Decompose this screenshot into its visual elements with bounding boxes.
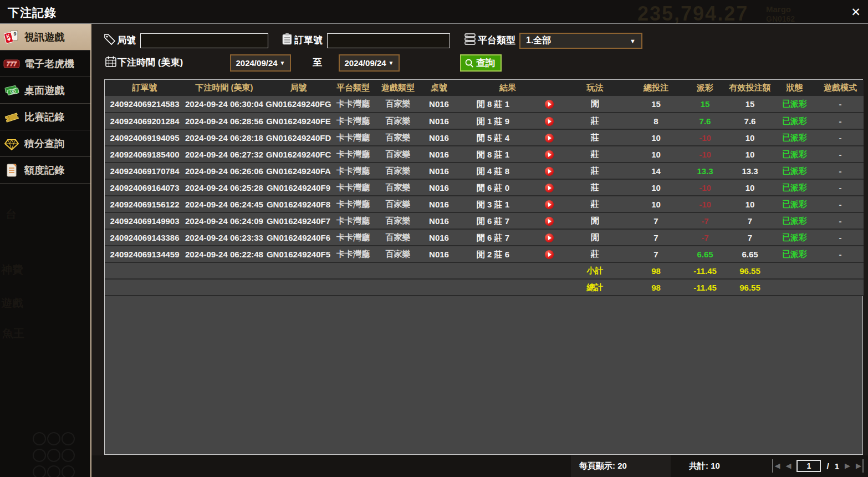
background-text: 遊戲	[1, 296, 23, 311]
result-text: 閒 6 莊 7	[455, 230, 531, 246]
date-range-to-label: 至	[313, 56, 322, 69]
result-text: 閒 1 莊 9	[455, 113, 531, 129]
column-header: 總投注	[630, 80, 682, 96]
round-number-label: 局號	[117, 34, 136, 47]
platform-type-select[interactable]: 1.全部 ▼	[519, 33, 642, 49]
sidebar-item-table-games[interactable]: $ 桌面遊戲	[0, 77, 90, 104]
bet-record-window: 235,794.27 Margo GN0162 下注記錄 ✕ 9 K 視訊遊戲	[0, 0, 868, 477]
pager: ◀ ◀ / 1 ▶ ▶	[772, 459, 864, 473]
search-button-label: 查詢	[476, 57, 495, 69]
search-icon	[464, 58, 474, 68]
replay-video-icon[interactable]	[545, 134, 554, 143]
replay-video-icon[interactable]	[545, 250, 554, 259]
sidebar-item-label: 比賽記錄	[24, 110, 64, 124]
result-text: 閒 4 莊 8	[455, 163, 531, 179]
replay-video-icon[interactable]	[545, 184, 554, 192]
background-text: 神費	[1, 262, 23, 277]
table-row: 240924069194095 2024-09-24 06:28:18 GN01…	[105, 129, 864, 146]
page-number-input[interactable]	[796, 460, 821, 472]
replay-video-icon[interactable]	[545, 234, 554, 242]
date-to-select[interactable]: 2024/09/24 ▼	[339, 54, 400, 72]
column-header: 遊戲模式	[817, 80, 864, 96]
column-header: 平台類型	[333, 80, 373, 96]
svg-text:777: 777	[7, 60, 17, 67]
chevron-down-icon: ▼	[280, 60, 285, 66]
sidebar: 9 K 視訊遊戲 777 電子老虎機	[0, 24, 91, 477]
replay-video-icon[interactable]	[545, 100, 554, 109]
column-header: 局號	[264, 80, 333, 96]
slot-777-icon: 777	[3, 55, 20, 72]
bet-time-label: 下注時間 (美東)	[118, 56, 183, 69]
result-text: 閒 2 莊 6	[455, 246, 531, 262]
replay-video-icon[interactable]	[545, 150, 554, 159]
page-separator: /	[826, 461, 829, 471]
sidebar-item-match-records[interactable]: 比賽記錄	[0, 104, 90, 130]
table-row: 240924069185400 2024-09-24 06:27:32 GN01…	[105, 146, 864, 163]
column-header: 遊戲類型	[373, 80, 423, 96]
titlebar: 235,794.27 Margo GN0162 下注記錄 ✕	[0, 0, 868, 24]
replay-video-icon[interactable]	[545, 117, 554, 126]
main-content: 局號 訂單號 平台類型 1.全部 ▼	[91, 24, 868, 477]
result-text: 閒 6 莊 7	[455, 213, 531, 229]
table-row: 240924069134459 2024-09-24 06:22:48 GN01…	[105, 246, 864, 262]
sidebar-item-label: 額度記錄	[24, 164, 64, 177]
diamond-icon	[3, 135, 20, 152]
platform-stack-icon	[464, 33, 476, 45]
column-header: 派彩	[682, 80, 728, 96]
table-row: 240924069149903 2024-09-24 06:24:09 GN01…	[105, 212, 864, 229]
column-header: 結果	[455, 80, 560, 96]
table-body: 240924069214583 2024-09-24 06:30:04 GN01…	[105, 96, 864, 296]
last-page-icon[interactable]: ▶	[856, 459, 864, 473]
first-page-icon[interactable]: ◀	[772, 459, 780, 473]
chevron-down-icon: ▼	[389, 60, 394, 66]
table-row: 240924069170784 2024-09-24 06:26:06 GN01…	[105, 163, 864, 179]
page-total: 1	[835, 461, 839, 471]
table-header-row: 訂單號下注時間 (美東)局號平台類型遊戲類型桌號結果玩法總投注派彩有效投注額狀態…	[105, 80, 864, 96]
background-balance: 235,794.27	[637, 2, 748, 26]
page-title: 下注記錄	[8, 5, 57, 21]
column-header: 有效投注額	[728, 80, 772, 96]
svg-text:9: 9	[13, 31, 16, 37]
date-from-select[interactable]: 2024/09/24 ▼	[230, 54, 291, 72]
sidebar-item-label: 視訊遊戲	[24, 31, 64, 44]
background-username: Margo	[766, 4, 791, 14]
search-button[interactable]: 查詢	[460, 54, 502, 72]
table-row: 240924069143386 2024-09-24 06:23:33 GN01…	[105, 229, 864, 246]
close-icon[interactable]: ✕	[849, 6, 862, 19]
tag-icon	[104, 33, 116, 45]
per-page-label: 每頁顯示: 20	[579, 461, 627, 471]
replay-video-icon[interactable]	[545, 200, 554, 209]
sidebar-item-quota-records[interactable]: 額度記錄	[0, 157, 90, 184]
sidebar-item-points-query[interactable]: 積分查詢	[0, 130, 90, 157]
table-games-money-icon: $	[3, 82, 20, 99]
sidebar-item-slots[interactable]: 777 電子老虎機	[0, 50, 90, 77]
chevron-down-icon: ▼	[630, 38, 636, 44]
background-text: 魚王	[2, 326, 24, 341]
sidebar-item-label: 積分查詢	[24, 137, 64, 150]
calendar-icon	[105, 55, 117, 68]
column-header: 下注時間 (美東)	[185, 80, 264, 96]
bet-records-table: 訂單號下注時間 (美東)局號平台類型遊戲類型桌號結果玩法總投注派彩有效投注額狀態…	[105, 80, 864, 296]
background-roadmap	[32, 432, 82, 477]
result-text: 閒 8 莊 1	[455, 146, 531, 163]
next-page-icon[interactable]: ▶	[845, 459, 850, 473]
background-round-code: GN0162	[766, 14, 795, 23]
result-text: 閒 5 莊 4	[455, 130, 531, 146]
result-text: 閒 3 莊 1	[455, 196, 531, 212]
summary-row: 小計 98 -11.45 96.55	[105, 262, 864, 279]
table-row: 240924069201284 2024-09-24 06:28:56 GN01…	[105, 113, 864, 129]
result-text: 閒 8 莊 1	[455, 96, 531, 113]
prev-page-icon[interactable]: ◀	[785, 459, 791, 473]
bet-records-table-panel: 訂單號下注時間 (美東)局號平台類型遊戲類型桌號結果玩法總投注派彩有效投注額狀態…	[104, 79, 863, 455]
document-icon	[3, 162, 20, 179]
column-header: 狀態	[772, 80, 817, 96]
order-number-input[interactable]	[327, 33, 450, 48]
date-from-value: 2024/09/24	[236, 58, 278, 68]
footer-bar: 每頁顯示: 20 共計: 10 ◀ ◀ / 1 ▶ ▶	[91, 455, 868, 477]
date-to-value: 2024/09/24	[345, 58, 386, 68]
replay-video-icon[interactable]	[545, 167, 554, 176]
round-number-input[interactable]	[140, 33, 268, 48]
sidebar-item-video-games[interactable]: 9 K 視訊遊戲	[0, 24, 90, 50]
column-header: 玩法	[560, 80, 630, 96]
replay-video-icon[interactable]	[545, 217, 554, 226]
